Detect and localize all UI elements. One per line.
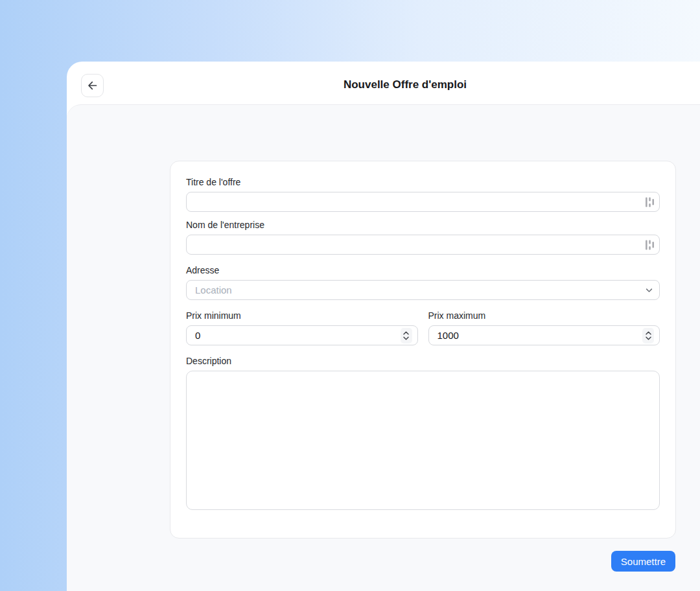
page-header: Nouvelle Offre d'emploi [67,62,700,104]
description-field-label: Description [186,356,660,367]
title-field-label: Titre de l'offre [186,177,660,188]
field-group-price-min: Prix minimum [186,310,418,345]
autofill-bars-icon [646,197,654,207]
autofill-bars-icon [646,240,654,250]
field-group-address: Adresse [186,265,660,300]
price-max-input[interactable] [428,325,660,345]
description-textarea[interactable] [186,371,660,510]
arrow-left-icon [87,80,98,91]
main-panel: Nouvelle Offre d'emploi Titre de l'offre [67,62,700,591]
title-input[interactable] [186,192,660,212]
price-min-stepper[interactable] [401,328,412,343]
company-input[interactable] [186,235,660,255]
chevron-down-icon [644,285,654,295]
field-group-title: Titre de l'offre [186,177,660,212]
price-row: Prix minimum [186,310,660,345]
field-group-price-max: Prix maximum [428,310,660,345]
price-min-input[interactable] [186,325,418,345]
price-max-field-label: Prix maximum [428,310,660,321]
price-min-field-label: Prix minimum [186,310,418,321]
price-max-stepper[interactable] [642,328,654,343]
back-button[interactable] [81,74,104,97]
address-field-label: Adresse [186,265,660,276]
address-select-input[interactable] [186,280,660,300]
field-group-company: Nom de l'entreprise [186,220,660,255]
company-field-label: Nom de l'entreprise [186,220,660,231]
content-area: Titre de l'offre Nom de l'entreprise [67,104,700,591]
field-group-description: Description [186,356,660,513]
stepper-up-down-icon [645,330,652,342]
job-offer-form-card: Titre de l'offre Nom de l'entreprise [170,161,676,539]
submit-button[interactable]: Soumettre [611,551,675,572]
stepper-up-down-icon [402,330,410,342]
page-title: Nouvelle Offre d'emploi [344,78,467,91]
